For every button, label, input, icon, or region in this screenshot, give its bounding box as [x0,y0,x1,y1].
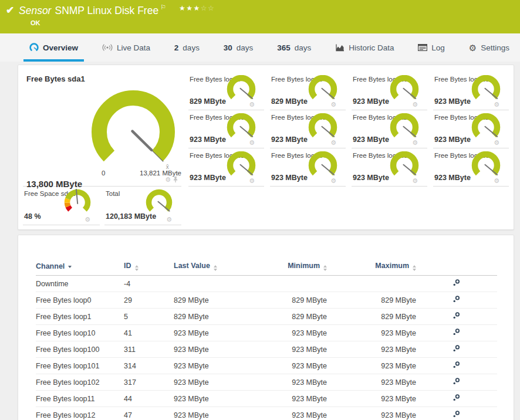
channel-settings-icon[interactable] [453,312,460,321]
column-header-channel[interactable]: Channel [36,259,124,276]
table-row[interactable]: Free Bytes loop1 5 829 MByte 829 MByte 8… [36,309,497,325]
tab-log[interactable]: Log [412,33,451,62]
gauge-cell-icons[interactable]: ⚙ [249,178,257,184]
sort-icon[interactable] [214,265,217,271]
table-row[interactable]: Free Bytes loop0 29 829 MByte 829 MByte … [36,292,497,309]
tab-label: days [237,43,254,52]
cell-channel: Free Bytes loop11 [36,391,124,407]
column-header-id[interactable]: ID [124,259,174,276]
gauge-cell-icons[interactable]: ⚙ [85,216,93,223]
channel-gauge [387,75,421,104]
sort-icon[interactable] [413,265,416,271]
gauge-cell[interactable]: Free Space sda1 48 % ⚙ [23,187,100,225]
gear-icon[interactable]: ⚙ [494,140,499,146]
sort-icon[interactable] [135,265,139,271]
gauge-cell-icons[interactable]: ⚙ [249,101,257,108]
gear-icon[interactable]: ⚙ [330,101,336,108]
column-header-maximum[interactable]: Maximum [327,259,416,276]
gauge-cell-icons[interactable]: ⚙ [412,140,420,146]
gauge-cell-icons[interactable]: ⚙ [330,178,339,184]
gear-icon[interactable]: ⚙ [330,140,336,146]
gauge-cell[interactable]: Free Bytes loop102 923 MByte ⚙ [270,110,346,148]
sort-desc-icon[interactable] [68,266,72,268]
tab-overview[interactable]: Overview [23,33,84,62]
gauge-cell-icons[interactable]: ⚙ [494,101,502,108]
gear-icon[interactable]: ⚙ [412,178,418,184]
table-row[interactable]: Free Bytes loop100 311 923 MByte 923 MBy… [36,341,497,358]
gauge-cell[interactable]: Free Bytes loop12 923 MByte ⚙ [433,110,509,148]
table-row[interactable]: Free Bytes loop12 47 923 MByte 923 MByte… [36,407,497,420]
gauge-cell-icons[interactable]: ⚙ [412,101,420,108]
gauge-cell-icons[interactable]: ⚙ [330,140,339,146]
channel-settings-icon[interactable] [453,296,460,304]
gear-icon[interactable]: ⚙ [166,216,172,223]
tab-number: 365 [277,43,291,52]
column-header-last-value[interactable]: Last Value [174,259,271,276]
gauge-cell[interactable]: Free Bytes loop13 923 MByte ⚙ [188,148,264,187]
gauge-cell-icons[interactable]: ⚙ [412,178,420,184]
gauge-cell[interactable]: Free Bytes loop100 923 MByte ⚙ [433,72,509,110]
cell-channel: Free Bytes loop10 [36,325,124,341]
gauge-cell-icons[interactable]: ⚙ [166,216,174,223]
primary-gauge-cell[interactable]: Free Bytes sda1 x̄ 0 13,821 MByte 13,800… [23,72,181,187]
table-row[interactable]: Downtime -4 [36,276,497,292]
tab-30-days[interactable]: 30 days [218,33,259,62]
cell-settings [416,276,497,292]
tab-settings[interactable]: ⚙ Settings [463,33,515,62]
gauge-cell[interactable]: Free Bytes loop10 923 MByte ⚙ [352,72,427,110]
tab-365-days[interactable]: 365 days [271,33,317,62]
gauge-cell[interactable]: Free Bytes loop16 923 MByte ⚙ [433,148,509,187]
cell-channel: Free Bytes loop1 [36,309,124,325]
gauge-cell-icons[interactable]: ⚙ [330,101,339,108]
gauge-cell[interactable]: Free Bytes loop15 923 MByte ⚙ [352,148,427,187]
column-header-minimum[interactable]: Minimum [271,259,327,276]
gear-icon[interactable]: ⚙ [330,178,336,184]
channel-settings-icon[interactable] [453,345,460,354]
channel-settings-icon[interactable] [453,411,460,419]
gear-icon[interactable]: ⚙ [494,101,499,108]
channel-gauge [306,75,340,104]
gear-icon[interactable]: ⚙ [249,101,255,108]
channel-settings-icon[interactable] [453,378,460,387]
gauge-cell[interactable]: Free Bytes loop1 829 MByte ⚙ [270,72,346,110]
gauge-cell[interactable]: Free Bytes loop11 923 MByte ⚙ [352,110,427,148]
channel-settings-icon[interactable] [453,394,460,403]
pin-icon[interactable] [173,174,178,185]
cell-last-value: 829 MByte [174,309,271,325]
cell-last-value: 923 MByte [174,358,271,374]
table-row[interactable]: Free Bytes loop102 317 923 MByte 923 MBy… [36,374,497,391]
gear-icon[interactable]: ⚙ [494,178,499,184]
tab-2-days[interactable]: 2 days [168,33,205,62]
sort-icon[interactable] [323,265,327,271]
gauge-cell[interactable]: Free Bytes loop0 829 MByte ⚙ [188,72,264,110]
channel-settings-icon[interactable] [453,361,460,370]
table-row[interactable]: Free Bytes loop101 314 923 MByte 923 MBy… [36,358,497,374]
table-row[interactable]: Free Bytes loop11 44 923 MByte 923 MByte… [36,391,497,407]
gear-icon[interactable]: ⚙ [412,140,418,146]
gear-icon[interactable]: ⚙ [165,177,171,183]
gauge-cell[interactable]: Total 120,183 MByte ⚙ [104,187,181,225]
gauge-cell[interactable]: Free Bytes loop101 923 MByte ⚙ [188,110,264,148]
gauge-cell-icons[interactable]: ⚙ [494,140,502,146]
flag-icon[interactable]: ⚐ [160,4,166,11]
channel-gauge-value: 829 MByte [190,97,226,106]
channel-settings-icon[interactable] [453,328,460,337]
gauge-cell-icons[interactable]: ⚙ [165,174,178,185]
primary-gauge: x̄ [82,85,185,178]
bottom-gauges-row: Free Space sda1 48 % ⚙ Total 120,183 MBy… [23,187,181,225]
gauge-cell-icons[interactable]: ⚙ [249,140,257,146]
table-row[interactable]: Free Bytes loop10 41 923 MByte 923 MByte… [36,325,497,341]
channel-gauge [387,113,421,143]
gear-icon[interactable]: ⚙ [249,140,255,146]
channel-settings-icon[interactable] [453,279,460,288]
gear-icon[interactable]: ⚙ [249,178,255,184]
gauge-cell-icons[interactable]: ⚙ [494,178,502,184]
gear-icon[interactable]: ⚙ [412,101,418,108]
tab-historic-data[interactable]: Historic Data [329,33,400,62]
gear-icon[interactable]: ⚙ [85,216,90,223]
tab-live-data[interactable]: Live Data [96,33,156,62]
gauge-cell[interactable]: Free Bytes loop14 923 MByte ⚙ [270,148,346,187]
cell-maximum: 923 MByte [327,341,416,358]
priority-stars[interactable]: ★★★☆☆ [179,4,215,12]
channel-gauge [224,151,258,181]
